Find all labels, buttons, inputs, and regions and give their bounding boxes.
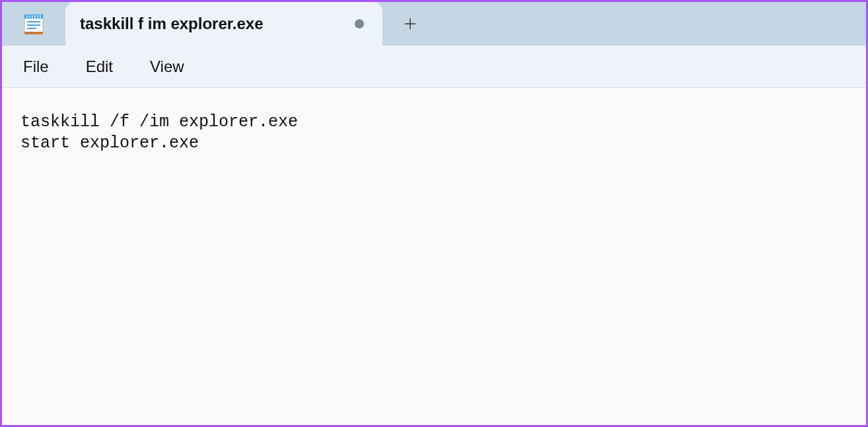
tab-title: taskkill f im explorer.exe: [80, 15, 343, 33]
menu-file[interactable]: File: [14, 54, 58, 80]
text-editor[interactable]: taskkill /f /im explorer.exe start explo…: [2, 88, 866, 425]
menu-edit[interactable]: Edit: [77, 54, 122, 80]
new-tab-button[interactable]: [390, 2, 430, 46]
unsaved-indicator-icon[interactable]: [355, 19, 364, 28]
tab-active[interactable]: taskkill f im explorer.exe: [65, 2, 382, 46]
menu-view[interactable]: View: [141, 54, 194, 80]
notepad-icon: [22, 12, 46, 36]
svg-rect-11: [24, 32, 43, 34]
menubar: File Edit View: [2, 46, 866, 88]
app-icon-wrap: [2, 2, 65, 46]
titlebar: taskkill f im explorer.exe: [2, 2, 866, 46]
plus-icon: [403, 17, 417, 31]
